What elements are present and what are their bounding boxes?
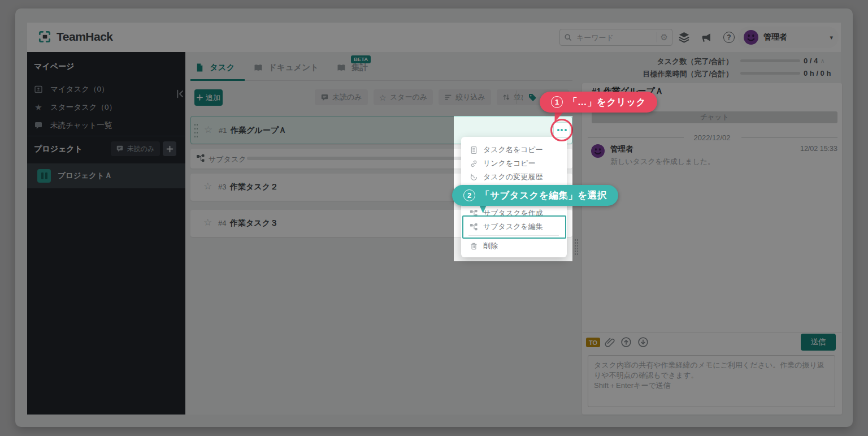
tabs-bottom-border bbox=[190, 80, 572, 81]
book-icon bbox=[253, 63, 263, 72]
subtask-label: サブタスク bbox=[209, 154, 246, 165]
annotation-step-1: 1 「…」をクリック bbox=[540, 92, 657, 113]
drag-handle-icon[interactable] bbox=[194, 123, 198, 137]
download-circle-icon[interactable] bbox=[637, 336, 649, 348]
sidebar-item-starred[interactable]: ★ スタータスク（0） bbox=[34, 102, 116, 113]
user-menu[interactable]: 管理者 ▾ bbox=[738, 27, 839, 48]
sidebar-item-project-a[interactable]: プロジェクトＡ bbox=[27, 163, 185, 188]
attachment-paperclip-icon[interactable] bbox=[605, 337, 615, 348]
sidebar-item-mytasks[interactable]: マイタスク（0） bbox=[34, 84, 109, 94]
tab-documents[interactable]: ドキュメント bbox=[253, 62, 319, 73]
tag-icon bbox=[528, 93, 537, 102]
project-unread-only-toggle[interactable]: 未読のみ bbox=[111, 141, 160, 156]
star-toggle-icon[interactable]: ☆ bbox=[203, 182, 212, 191]
step-number-badge: 2 bbox=[463, 189, 475, 201]
filter-label: スターのみ bbox=[390, 92, 427, 102]
search-divider bbox=[657, 32, 657, 42]
input-section-divider bbox=[583, 333, 841, 333]
link-icon bbox=[470, 159, 478, 168]
chevron-down-icon: ▾ bbox=[830, 34, 833, 41]
sidebar-item-unread-chat[interactable]: 未読チャット一覧 bbox=[34, 120, 112, 131]
screenshot-stage: TeamHack ⚙ ? 管理者 ▾ マイページ マイタスク（0） ★ スタータ… bbox=[0, 0, 868, 436]
menu-item-copy-link[interactable]: リンクをコピー bbox=[461, 157, 567, 170]
unread-only-label: 未読のみ bbox=[127, 144, 155, 154]
task-id: #1 bbox=[219, 126, 227, 135]
send-button[interactable]: 送信 bbox=[801, 334, 836, 351]
date-divider-line bbox=[588, 137, 684, 138]
sidebar-item-label: マイタスク（0） bbox=[50, 84, 109, 94]
add-task-label: 追加 bbox=[206, 93, 220, 103]
annotation-text: 「サブタスクを編集」を選択 bbox=[480, 189, 607, 202]
search-icon bbox=[564, 33, 572, 41]
message-timestamp: 12/02 15:33 bbox=[780, 145, 837, 153]
add-task-button[interactable]: 追加 bbox=[194, 89, 223, 106]
filter-refine[interactable]: 絞り込み bbox=[439, 89, 491, 105]
teamhack-logo-icon bbox=[37, 29, 52, 44]
sidebar-item-label: 未読チャット一覧 bbox=[50, 120, 112, 131]
filter-unread-only[interactable]: 未読のみ bbox=[315, 89, 368, 105]
star-toggle-icon[interactable]: ☆ bbox=[203, 218, 212, 227]
filter-starred-only[interactable]: ☆ スターのみ bbox=[374, 89, 433, 105]
plus-icon bbox=[197, 94, 203, 101]
panel-resize-handle[interactable] bbox=[574, 239, 579, 256]
user-name: 管理者 bbox=[763, 32, 824, 42]
summary-progress-bar bbox=[740, 59, 800, 62]
menu-item-copy-task-name[interactable]: タスク名をコピー bbox=[461, 143, 567, 157]
summary-value: 0 h / 0 h bbox=[804, 69, 831, 77]
step-number-badge: 1 bbox=[551, 96, 563, 108]
user-card-icon bbox=[34, 85, 43, 94]
chat-icon bbox=[320, 93, 329, 102]
tab-summary[interactable]: 集計 bbox=[336, 62, 368, 73]
chat-message-input[interactable] bbox=[588, 355, 835, 407]
upload-circle-icon[interactable] bbox=[620, 336, 632, 348]
subtask-tree-icon bbox=[196, 154, 205, 163]
sidebar-item-label: スタータスク（0） bbox=[50, 102, 116, 113]
user-avatar bbox=[744, 30, 758, 45]
chat-icon bbox=[34, 121, 43, 130]
project-name: プロジェクトＡ bbox=[58, 171, 112, 181]
menu-item-label: 削除 bbox=[483, 241, 498, 251]
message-avatar bbox=[591, 144, 605, 158]
layers-icon[interactable] bbox=[678, 31, 691, 44]
summary-progress-bar bbox=[740, 72, 800, 75]
sidebar-section-project: プロジェクト bbox=[34, 144, 83, 154]
task-id: #4 bbox=[218, 219, 226, 227]
sidebar-section-mypage: マイページ bbox=[34, 62, 74, 72]
project-kanban-icon bbox=[37, 169, 51, 183]
book-icon bbox=[336, 63, 346, 72]
document-icon bbox=[195, 63, 205, 72]
star-icon: ★ bbox=[34, 102, 43, 113]
sidebar-collapse-icon[interactable] bbox=[174, 88, 185, 100]
megaphone-icon[interactable] bbox=[700, 31, 713, 44]
search-box[interactable]: ⚙ bbox=[559, 29, 672, 46]
star-toggle-icon[interactable]: ☆ bbox=[204, 125, 212, 135]
tab-tasks[interactable]: タスク bbox=[195, 62, 235, 73]
add-project-button[interactable] bbox=[163, 141, 176, 156]
annotation-step-2: 2 「サブタスクを編集」を選択 bbox=[452, 185, 618, 206]
summary-value: 0 / 4 bbox=[804, 57, 818, 65]
document-lines-icon bbox=[470, 146, 478, 154]
task-id: #3 bbox=[218, 183, 226, 191]
to-mention-button[interactable]: TO bbox=[586, 338, 600, 347]
menu-item-label: タスクの変更履歴 bbox=[483, 172, 542, 182]
menu-item-delete[interactable]: 削除 bbox=[461, 239, 567, 253]
annotation-text: 「…」をクリック bbox=[568, 96, 646, 109]
plus-icon bbox=[166, 145, 173, 153]
chevron-up-icon[interactable]: ∧ bbox=[821, 58, 824, 64]
message-author: 管理者 bbox=[610, 144, 633, 154]
tab-label: ドキュメント bbox=[268, 62, 319, 73]
task-title: 作業タスク３ bbox=[230, 218, 278, 228]
sort-icon bbox=[502, 93, 510, 101]
app-logo[interactable]: TeamHack bbox=[37, 29, 113, 44]
app-logo-text: TeamHack bbox=[57, 30, 113, 44]
menu-item-change-history[interactable]: タスクの変更履歴 bbox=[461, 170, 567, 184]
task-title: 作業グループＡ bbox=[231, 126, 287, 136]
search-settings-gear-icon[interactable]: ⚙ bbox=[661, 32, 668, 42]
summary-label: タスク数（完了/合計） bbox=[622, 57, 733, 67]
history-icon bbox=[470, 173, 478, 182]
chat-tab-button[interactable]: チャット bbox=[592, 111, 837, 123]
help-icon[interactable]: ? bbox=[723, 32, 735, 43]
app-header-bar bbox=[27, 23, 841, 52]
search-input[interactable] bbox=[575, 33, 653, 42]
date-divider-line bbox=[741, 137, 837, 138]
